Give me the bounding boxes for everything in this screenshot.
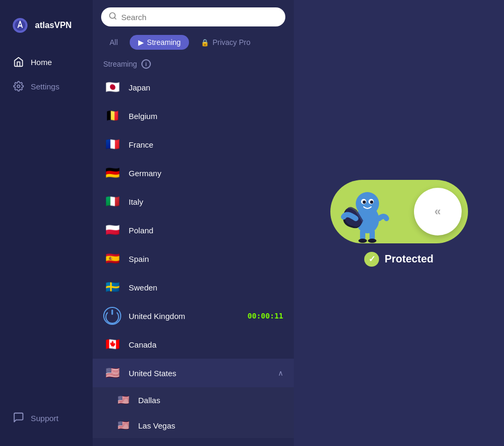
search-input[interactable] [121,13,278,22]
sidebar-nav: Home Settings [0,51,93,406]
settings-icon [13,80,24,92]
toggle-knob[interactable]: « [414,188,462,235]
search-wrapper [101,7,285,26]
filter-tabs: All ▶ Streaming 🔒 Privacy Pro [93,32,294,55]
tab-all-label: All [110,38,118,47]
flag-dallas: 🇺🇸 [116,393,131,407]
flag-canada: 🇨🇦 [103,335,121,353]
privacy-pro-lock-icon: 🔒 [201,39,209,47]
location-name-us: United States [129,369,271,378]
location-name-las-vegas: Las Vegas [138,421,283,430]
flag-japan: 🇯🇵 [103,78,121,96]
location-item-poland[interactable]: 🇵🇱 Poland [93,216,294,244]
location-name-spain: Spain [129,254,283,263]
vpn-toggle[interactable]: « [330,180,468,243]
sidebar-item-settings[interactable]: Settings [5,75,87,97]
location-name-sweden: Sweden [129,283,283,292]
flag-las-vegas: 🇺🇸 [116,418,131,433]
sidebar-support[interactable]: Support [0,406,93,435]
svg-point-11 [363,201,366,204]
location-item-dallas[interactable]: 🇺🇸 Dallas [93,387,294,413]
location-item-france[interactable]: 🇫🇷 France [93,130,294,159]
tab-privacy-pro[interactable]: 🔒 Privacy Pro [192,35,259,50]
svg-point-12 [370,201,373,204]
svg-point-0 [17,85,20,88]
logo-text: atlasVPN [35,21,71,30]
us-chevron-icon: ∧ [278,369,283,377]
search-bar [93,0,294,32]
location-item-canada[interactable]: 🇨🇦 Canada [93,330,294,359]
tab-all[interactable]: All [101,35,127,50]
right-panel: « Protected [294,0,504,446]
streaming-section-label: Streaming i [93,55,294,73]
flag-sweden: 🇸🇪 [103,278,121,296]
location-item-belgium[interactable]: 🇧🇪 Belgium [93,102,294,130]
flag-spain: 🇪🇸 [103,250,121,268]
location-item-uk[interactable]: United Kingdom 00:00:11 [93,302,294,330]
location-panel: All ▶ Streaming 🔒 Privacy Pro Streaming … [93,0,294,446]
atlasvpn-logo-icon [11,16,30,35]
tab-privacy-pro-label: Privacy Pro [212,38,250,47]
toggle-chevron-icon: « [434,205,440,219]
svg-point-7 [358,239,367,243]
tab-streaming[interactable]: ▶ Streaming [130,35,190,50]
location-name-dallas: Dallas [138,396,283,405]
streaming-label-text: Streaming [103,60,137,68]
location-item-japan[interactable]: 🇯🇵 Japan [93,73,294,102]
support-icon [13,412,24,425]
location-name-germany: Germany [129,169,283,178]
streaming-tab-icon: ▶ [138,38,144,47]
flag-italy: 🇮🇹 [103,193,121,211]
support-label: Support [31,414,59,423]
search-icon [109,12,117,22]
sidebar: atlasVPN Home Settings [0,0,93,446]
flag-germany: 🇩🇪 [103,164,121,182]
home-icon [13,56,24,68]
tab-streaming-label: Streaming [147,38,181,47]
uk-power-icon [103,307,121,325]
sidebar-item-home[interactable]: Home [5,51,87,73]
vpn-toggle-area: « Protected [330,180,468,267]
location-name-canada: Canada [129,340,283,349]
main-content: All ▶ Streaming 🔒 Privacy Pro Streaming … [93,0,504,446]
flag-poland: 🇵🇱 [103,221,121,239]
sidebar-settings-label: Settings [31,82,59,91]
location-list: Streaming i 🇯🇵 Japan 🇧🇪 Belgium 🇫🇷 Franc… [93,55,294,446]
location-name-uk: United Kingdom [129,312,240,321]
flag-us: 🇺🇸 [103,364,121,382]
svg-line-2 [114,17,116,19]
sidebar-home-label: Home [31,58,52,67]
location-name-poland: Poland [129,226,283,235]
protected-status: Protected [364,252,433,267]
location-name-belgium: Belgium [129,112,283,121]
protected-text: Protected [384,253,433,265]
svg-point-4 [356,192,379,215]
location-name-italy: Italy [129,197,283,206]
svg-point-8 [368,239,376,243]
streaming-info-icon[interactable]: i [141,59,151,69]
location-name-france: France [129,140,283,149]
flag-france: 🇫🇷 [103,135,121,153]
uk-timer: 00:00:11 [248,312,283,320]
location-item-sweden[interactable]: 🇸🇪 Sweden [93,273,294,302]
protected-check-icon [364,252,379,267]
location-name-japan: Japan [129,83,283,92]
location-item-us[interactable]: 🇺🇸 United States ∧ [93,359,294,387]
flag-belgium: 🇧🇪 [103,107,121,125]
location-item-germany[interactable]: 🇩🇪 Germany [93,159,294,187]
mascot-figure [341,183,394,243]
location-item-spain[interactable]: 🇪🇸 Spain [93,244,294,273]
location-item-italy[interactable]: 🇮🇹 Italy [93,187,294,216]
logo-area: atlasVPN [0,11,93,51]
location-item-las-vegas[interactable]: 🇺🇸 Las Vegas [93,413,294,438]
